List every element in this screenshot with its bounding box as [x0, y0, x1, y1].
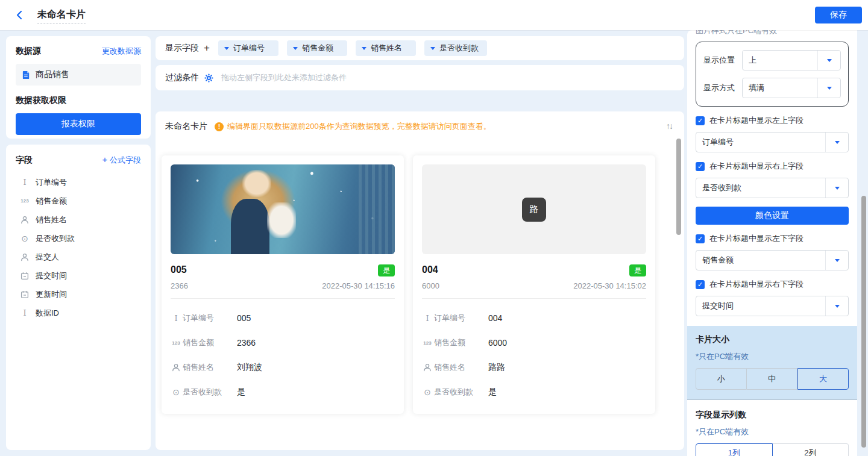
preview-scrollbar[interactable] — [676, 139, 681, 235]
field-label: 销售姓名 — [36, 214, 67, 225]
field-item-payment-received[interactable]: ⊙ 是否收到款 — [16, 229, 141, 248]
card-field-value: 004 — [488, 313, 502, 323]
card-size-segmented: 小 中 大 — [696, 368, 849, 390]
datasource-item-label: 商品销售 — [36, 69, 69, 80]
card-size-section: 卡片大小 *只在PC端有效 小 中 大 — [687, 326, 857, 400]
fit-select-value: 填满 — [743, 83, 817, 93]
card-title: 004 — [422, 264, 438, 275]
back-icon[interactable] — [14, 10, 25, 23]
bottom-left-field-select[interactable]: 销售金额 — [696, 250, 849, 270]
field-item-sales-name[interactable]: 销售姓名 — [16, 210, 141, 229]
fields-panel: 字段 + 公式字段 I 订单编号 123 销售金额 销售姓名 ⊙ 是否收到款 提… — [6, 145, 151, 450]
filter-label: 过滤条件 — [165, 72, 199, 83]
add-formula-field-link[interactable]: + 公式字段 — [102, 154, 141, 166]
settings-panel: 图片样式只在PC端有效 显示位置 上 显示方式 填满 ✓ 在卡片标题中显示左上字… — [687, 30, 857, 456]
file-icon — [22, 70, 31, 80]
checkbox-checked-icon[interactable]: ✓ — [696, 280, 705, 289]
chevron-down-icon — [817, 78, 840, 98]
card-field-row: 123 销售金额 2366 — [171, 337, 395, 348]
card-field-label: 是否收到款 — [434, 387, 488, 398]
checkbox-checked-icon[interactable]: ✓ — [696, 234, 705, 243]
columns-option-two[interactable]: 2列 — [773, 443, 849, 456]
person-icon — [19, 216, 30, 224]
gear-icon[interactable] — [204, 73, 213, 83]
display-field-chip-sales-amount[interactable]: 销售金额 — [287, 40, 347, 56]
field-label: 是否收到款 — [36, 233, 75, 244]
card-subtitle: 2366 — [171, 281, 188, 290]
divider — [171, 298, 395, 299]
field-label: 订单编号 — [36, 177, 67, 188]
toggle-label: 在卡片标题中显示右下字段 — [709, 279, 804, 290]
chip-label: 是否收到款 — [439, 43, 479, 54]
field-item-order-no[interactable]: I 订单编号 — [16, 173, 141, 192]
sort-icon[interactable]: ↑↓ — [664, 119, 675, 133]
color-settings-button[interactable]: 颜色设置 — [696, 207, 849, 225]
report-permission-button[interactable]: 报表权限 — [16, 113, 141, 135]
calendar-icon — [19, 272, 30, 280]
checkbox-checked-icon[interactable]: ✓ — [696, 162, 705, 171]
plus-icon: + — [102, 154, 108, 164]
save-button[interactable]: 保存 — [815, 7, 862, 23]
datasource-title: 数据源 — [16, 46, 41, 57]
chip-label: 销售姓名 — [371, 43, 402, 54]
card-size-option-large[interactable]: 大 — [797, 368, 849, 390]
image-style-note: 图片样式只在PC端有效 — [696, 30, 849, 36]
pc-only-note: *只在PC端有效 — [696, 351, 849, 362]
card-field-label: 订单编号 — [434, 313, 488, 323]
preview-card-004[interactable]: 路 004 是 6000 2022-05-30 14:15:02 I 订单编号 … — [413, 155, 655, 414]
bottom-right-field-select[interactable]: 提交时间 — [696, 296, 849, 316]
chip-label: 订单编号 — [233, 43, 265, 54]
toggle-label: 在卡片标题中显示右上字段 — [709, 161, 804, 172]
display-field-chip-order-no[interactable]: 订单编号 — [218, 40, 278, 56]
field-item-submit-time[interactable]: 提交时间 — [16, 266, 141, 285]
field-item-submitter[interactable]: 提交人 — [16, 248, 141, 266]
page-title[interactable]: 未命名卡片 — [37, 8, 86, 24]
preview-card-005[interactable]: 005 是 2366 2022-05-30 14:15:16 I 订单编号 00… — [162, 155, 404, 414]
person-icon — [19, 253, 30, 261]
chevron-down-icon — [430, 47, 435, 50]
filter-placeholder: 拖动左侧字段到此处来添加过滤条件 — [221, 72, 347, 83]
select-value: 提交时间 — [696, 301, 825, 311]
toggle-label: 在卡片标题中显示左下字段 — [709, 233, 804, 244]
preview-title: 未命名卡片 — [165, 121, 207, 132]
display-field-chip-payment-received[interactable]: 是否收到款 — [424, 40, 487, 56]
add-display-field-button[interactable]: + — [204, 42, 210, 54]
card-field-label: 销售姓名 — [183, 362, 237, 373]
card-field-row: ⊙ 是否收到款 是 — [171, 387, 395, 398]
window-scrollbar[interactable] — [861, 196, 866, 448]
position-select[interactable]: 上 — [742, 50, 841, 70]
person-icon — [171, 363, 181, 372]
columns-option-one[interactable]: 1列 — [696, 443, 773, 456]
select-value: 销售金额 — [696, 255, 825, 266]
card-field-value: 6000 — [488, 338, 507, 348]
field-list: I 订单编号 123 销售金额 销售姓名 ⊙ 是否收到款 提交人 提交时间 更新… — [16, 173, 141, 322]
radio-icon: ⊙ — [422, 387, 433, 397]
position-label: 显示位置 — [703, 55, 735, 66]
field-item-data-id[interactable]: I 数据ID — [16, 304, 141, 322]
fit-select[interactable]: 填满 — [742, 78, 841, 98]
field-item-update-time[interactable]: 更新时间 — [16, 285, 141, 304]
checkbox-checked-icon[interactable]: ✓ — [696, 116, 705, 125]
card-size-option-medium[interactable]: 中 — [747, 368, 797, 390]
status-badge: 是 — [629, 264, 646, 276]
datasource-item[interactable]: 商品销售 — [16, 64, 141, 86]
card-field-label: 订单编号 — [183, 313, 237, 323]
field-item-sales-amount[interactable]: 123 销售金额 — [16, 192, 141, 210]
top-right-field-select[interactable]: 是否收到款 — [696, 178, 849, 198]
toggle-bottom-left-field[interactable]: ✓ 在卡片标题中显示左下字段 — [696, 233, 849, 244]
pc-only-note: *只在PC端有效 — [696, 426, 849, 437]
chevron-down-icon — [293, 47, 298, 50]
preview-warning-text: 编辑界面只取数据源前200条作为查询数据预览，完整数据请访问页面查看。 — [227, 121, 491, 132]
toggle-bottom-right-field[interactable]: ✓ 在卡片标题中显示右下字段 — [696, 279, 849, 290]
card-size-option-small[interactable]: 小 — [696, 368, 747, 390]
card-field-value: 2366 — [237, 338, 256, 348]
display-field-chip-sales-name[interactable]: 销售姓名 — [356, 40, 416, 56]
top-left-field-select[interactable]: 订单编号 — [696, 132, 849, 152]
display-fields-bar: 显示字段 + 订单编号 销售金额 销售姓名 是否收到款 — [156, 36, 684, 60]
toggle-top-right-field[interactable]: ✓ 在卡片标题中显示右上字段 — [696, 161, 849, 172]
card-field-label: 销售金额 — [183, 337, 237, 348]
change-datasource-link[interactable]: 更改数据源 — [102, 46, 141, 57]
illustration-sleeve — [267, 202, 296, 239]
field-columns-segmented: 1列 2列 — [696, 443, 849, 456]
toggle-top-left-field[interactable]: ✓ 在卡片标题中显示左上字段 — [696, 115, 849, 126]
